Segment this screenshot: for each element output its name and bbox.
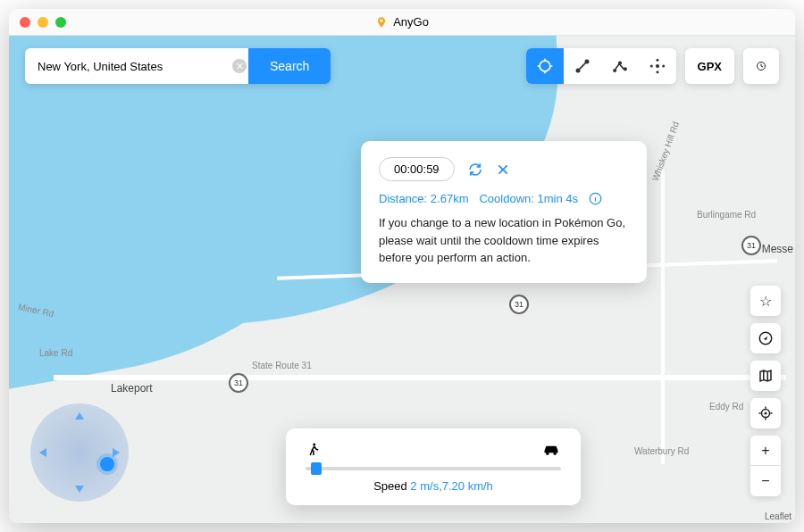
info-card-body: If you change to a new location in Pokém… [379, 214, 629, 267]
svg-point-9 [649, 65, 652, 68]
side-tool-column: ☆ + − [750, 286, 781, 496]
search-input[interactable] [25, 48, 248, 84]
route-shield-icon: 31 [229, 373, 248, 393]
compass-button[interactable] [750, 323, 781, 353]
close-icon [496, 162, 510, 177]
joystick-knob[interactable] [100, 457, 114, 471]
close-icon: ✕ [236, 61, 244, 72]
top-toolbar: ✕ Search GPX [25, 48, 779, 84]
info-icon[interactable] [589, 192, 602, 205]
cooldown-timer: 00:00:59 [379, 157, 455, 181]
zoom-out-button[interactable]: − [750, 466, 781, 496]
map-icon [758, 368, 774, 384]
minimize-window-button[interactable] [38, 17, 48, 28]
car-icon [541, 441, 561, 463]
svg-point-14 [546, 453, 549, 455]
map-place-label: Messe [762, 243, 793, 255]
refresh-cooldown-button[interactable] [467, 162, 483, 178]
speed-slider-thumb[interactable] [311, 462, 322, 475]
star-icon: ☆ [759, 293, 772, 310]
cooldown-info-card: 00:00:59 Distance: 2.67km Cooldown: 1min… [361, 141, 647, 283]
jump-teleport-mode-button[interactable] [639, 48, 676, 84]
svg-point-15 [554, 453, 557, 455]
svg-point-5 [623, 67, 626, 71]
speed-slider[interactable] [306, 467, 561, 470]
map-road-label: Waterbury Rd [634, 446, 689, 456]
crosshair-icon [536, 57, 554, 75]
clock-icon [756, 58, 766, 74]
title-bar: AnyGo [9, 9, 795, 36]
svg-point-18 [765, 412, 767, 415]
fullscreen-window-button[interactable] [55, 17, 66, 28]
zoom-in-button[interactable]: + [750, 436, 781, 466]
route-shield-icon: 31 [509, 295, 529, 314]
map-place-label: Lakeport [111, 382, 153, 395]
two-dot-route-icon [574, 57, 591, 75]
distance-text: Distance: 2.67km [379, 192, 468, 205]
multi-spot-mode-button[interactable] [601, 48, 639, 84]
search-container: ✕ Search [25, 48, 331, 84]
history-button[interactable] [743, 48, 779, 84]
direction-joystick[interactable] [30, 403, 129, 502]
svg-point-7 [656, 59, 658, 62]
locate-me-button[interactable] [750, 398, 781, 428]
speed-readout: Speed 2 m/s,7.20 km/h [306, 479, 561, 493]
speed-control-card: Speed 2 m/s,7.20 km/h [286, 428, 581, 505]
close-info-card-button[interactable] [496, 162, 510, 177]
search-button[interactable]: Search [248, 48, 331, 84]
two-spot-mode-button[interactable] [564, 48, 601, 84]
joystick-arrows-icon [30, 403, 129, 502]
close-window-button[interactable] [20, 17, 30, 28]
jump-teleport-icon [649, 57, 666, 75]
window-title: AnyGo [375, 15, 429, 29]
map-road-label: Lake Rd [39, 348, 72, 358]
svg-point-0 [540, 61, 550, 71]
map-road-label: State Route 31 [252, 361, 312, 370]
svg-point-10 [662, 65, 665, 68]
favorites-button[interactable]: ☆ [750, 286, 781, 316]
svg-point-13 [313, 444, 315, 446]
walk-icon [306, 441, 322, 463]
window-controls [20, 17, 66, 28]
svg-point-8 [656, 71, 658, 73]
route-shield-icon: 31 [741, 236, 761, 255]
app-icon [375, 16, 388, 29]
compass-icon [758, 330, 774, 346]
cooldown-text: Cooldown: 1min 4s [479, 192, 578, 205]
refresh-icon [467, 162, 483, 178]
map-road-label: Whiskey Hill Rd [650, 121, 681, 183]
tool-row: GPX [526, 48, 779, 84]
map-road-label: Burlingame Rd [697, 210, 756, 220]
map-attribution: Leaflet [765, 511, 791, 521]
mode-group [526, 48, 676, 84]
gpx-button[interactable]: GPX [685, 48, 734, 84]
app-title-text: AnyGo [393, 15, 429, 29]
app-window: AnyGo Lakeport Messe State Route 31 Lake… [9, 9, 795, 523]
plus-icon: + [761, 443, 769, 459]
minus-icon: − [761, 473, 769, 489]
map-layers-button[interactable] [750, 361, 781, 391]
clear-search-button[interactable]: ✕ [232, 59, 247, 73]
svg-point-6 [655, 64, 658, 68]
locate-icon [758, 405, 774, 421]
zoom-control: + − [750, 436, 781, 496]
teleport-mode-button[interactable] [526, 48, 564, 84]
map-road-label: Eddy Rd [709, 402, 743, 411]
multi-dot-route-icon [611, 57, 629, 75]
